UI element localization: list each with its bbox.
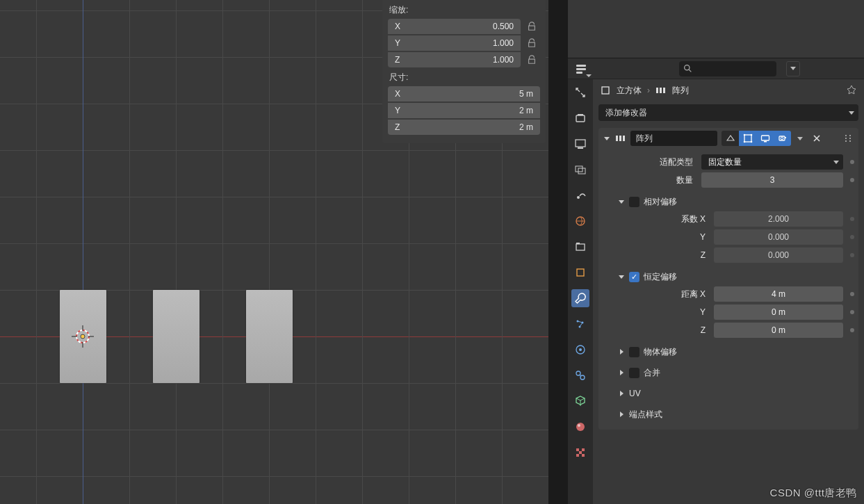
scale-z-field[interactable]: Z 1.000 bbox=[388, 52, 521, 67]
viewport-object-cube[interactable] bbox=[153, 290, 199, 383]
options-dropdown-icon[interactable] bbox=[572, 61, 590, 76]
uv-header[interactable]: UV bbox=[603, 385, 854, 402]
viewport-object-cube[interactable] bbox=[60, 290, 106, 383]
fit-type-select[interactable]: 固定数量 bbox=[701, 154, 843, 170]
svg-point-47 bbox=[750, 134, 752, 136]
modifier-name-field[interactable]: 阵列 bbox=[630, 131, 717, 146]
modifier-body: 适配类型 固定数量 数量 3 相 bbox=[598, 149, 858, 430]
anim-dot-icon[interactable] bbox=[850, 235, 854, 239]
constant-offset-header[interactable]: 恒定偏移 bbox=[603, 268, 854, 285]
lock-scale-y-icon[interactable] bbox=[523, 35, 540, 51]
dim-z-field[interactable]: Z 2 m bbox=[388, 120, 540, 135]
lock-scale-x-icon[interactable] bbox=[523, 19, 540, 34]
dim-x-field[interactable]: X 5 m bbox=[388, 86, 540, 101]
tab-data-icon[interactable] bbox=[571, 392, 589, 410]
anim-dot-icon[interactable] bbox=[850, 310, 854, 314]
relative-offset-header[interactable]: 相对偏移 bbox=[603, 193, 854, 210]
svg-rect-41 bbox=[663, 88, 665, 93]
merge-checkbox[interactable] bbox=[629, 368, 639, 378]
properties-search-input[interactable] bbox=[679, 61, 776, 76]
factor-x-label: 系数 X bbox=[615, 213, 710, 225]
modifier-drag-handle-icon[interactable] bbox=[840, 131, 856, 146]
svg-rect-22 bbox=[577, 269, 584, 276]
tab-world-icon[interactable] bbox=[571, 212, 589, 230]
dist-x-field[interactable]: 4 m bbox=[714, 286, 843, 302]
factor-y-field[interactable]: 0.000 bbox=[714, 229, 843, 245]
svg-rect-13 bbox=[578, 114, 583, 115]
tab-constraints-icon[interactable] bbox=[571, 366, 589, 384]
count-label: 数量 bbox=[603, 174, 697, 186]
object-offset-checkbox[interactable] bbox=[629, 347, 639, 357]
tab-tool-icon[interactable] bbox=[571, 83, 589, 101]
svg-rect-35 bbox=[579, 451, 582, 454]
anim-dot-icon[interactable] bbox=[850, 160, 854, 164]
properties-header bbox=[568, 58, 864, 79]
svg-point-53 bbox=[781, 137, 783, 140]
tab-output-icon[interactable] bbox=[571, 135, 589, 153]
tab-render-icon[interactable] bbox=[571, 109, 589, 127]
scale-x-field[interactable]: X 0.500 bbox=[388, 19, 521, 34]
breadcrumb-modifier[interactable]: 阵列 bbox=[672, 85, 689, 97]
merge-header[interactable]: 合并 bbox=[603, 364, 854, 381]
filter-dropdown-icon[interactable] bbox=[786, 61, 800, 76]
dimensions-section-label: 尺寸: bbox=[389, 72, 540, 83]
anim-dot-icon[interactable] bbox=[850, 253, 854, 257]
tab-texture-icon[interactable] bbox=[571, 444, 589, 462]
svg-rect-45 bbox=[744, 135, 751, 142]
modifier-delete-icon[interactable] bbox=[809, 131, 824, 146]
dist-z-label: Z bbox=[615, 325, 710, 335]
toggle-render-icon[interactable] bbox=[774, 131, 791, 146]
disclose-modifier-icon[interactable] bbox=[601, 133, 612, 144]
svg-rect-9 bbox=[576, 72, 582, 74]
count-field[interactable]: 3 bbox=[701, 172, 843, 188]
lock-scale-z-icon[interactable] bbox=[523, 52, 540, 67]
pin-icon[interactable] bbox=[846, 85, 857, 96]
anim-dot-icon[interactable] bbox=[850, 178, 854, 182]
object-offset-header[interactable]: 物体偏移 bbox=[603, 343, 854, 360]
toggle-edit-mode-icon[interactable] bbox=[739, 131, 756, 146]
modifier-extras-dropdown-icon[interactable] bbox=[794, 131, 806, 146]
tab-object-icon[interactable] bbox=[571, 263, 589, 282]
dist-y-field[interactable]: 0 m bbox=[714, 304, 843, 320]
tab-viewlayer-icon[interactable] bbox=[571, 161, 589, 179]
anim-dot-icon[interactable] bbox=[850, 292, 854, 296]
svg-rect-54 bbox=[785, 137, 786, 138]
scale-y-field[interactable]: Y 1.000 bbox=[388, 35, 521, 51]
tab-material-icon[interactable] bbox=[571, 418, 589, 436]
svg-rect-36 bbox=[576, 454, 579, 457]
tab-modifiers-icon[interactable] bbox=[571, 289, 589, 307]
chevron-right-icon: › bbox=[647, 86, 650, 95]
svg-rect-17 bbox=[578, 168, 585, 174]
svg-point-60 bbox=[849, 138, 851, 139]
breadcrumb-object[interactable]: 立方体 bbox=[617, 85, 642, 97]
dist-x-label: 距离 X bbox=[615, 288, 710, 300]
tab-collection-icon[interactable] bbox=[571, 238, 589, 256]
tab-scene-icon[interactable] bbox=[571, 186, 589, 204]
constant-offset-checkbox[interactable] bbox=[629, 272, 639, 282]
anim-dot-icon[interactable] bbox=[850, 217, 854, 221]
dim-y-field[interactable]: Y 2 m bbox=[388, 103, 540, 118]
anim-dot-icon[interactable] bbox=[850, 328, 854, 332]
viewport-object-cube[interactable] bbox=[246, 290, 293, 383]
add-modifier-dropdown[interactable]: 添加修改器 bbox=[598, 104, 858, 121]
svg-rect-33 bbox=[576, 448, 579, 451]
properties-editor: 立方体 › 阵列 添加修改器 阵列 bbox=[568, 0, 864, 504]
factor-y-label: Y bbox=[615, 232, 710, 242]
properties-top-region bbox=[568, 0, 864, 58]
tab-particles-icon[interactable] bbox=[571, 315, 589, 333]
properties-tab-strip bbox=[568, 79, 593, 504]
modifier-header: 阵列 bbox=[598, 128, 858, 149]
toggle-on-cage-icon[interactable] bbox=[722, 131, 739, 146]
factor-z-field[interactable]: 0.000 bbox=[714, 247, 843, 263]
caps-header[interactable]: 端点样式 bbox=[603, 406, 854, 423]
svg-rect-16 bbox=[576, 166, 582, 172]
area-divider[interactable] bbox=[548, 0, 568, 504]
viewport-3d[interactable]: 缩放: X 0.500 Y 1.000 Z 1.000 bbox=[0, 0, 548, 504]
relative-offset-checkbox[interactable] bbox=[629, 197, 639, 207]
factor-x-field[interactable]: 2.000 bbox=[714, 211, 843, 227]
svg-rect-34 bbox=[582, 448, 585, 451]
tab-physics-icon[interactable] bbox=[571, 341, 589, 359]
toggle-realtime-icon[interactable] bbox=[756, 131, 774, 146]
modifier-breadcrumb: 立方体 › 阵列 bbox=[593, 79, 864, 101]
dist-z-field[interactable]: 0 m bbox=[714, 323, 843, 338]
